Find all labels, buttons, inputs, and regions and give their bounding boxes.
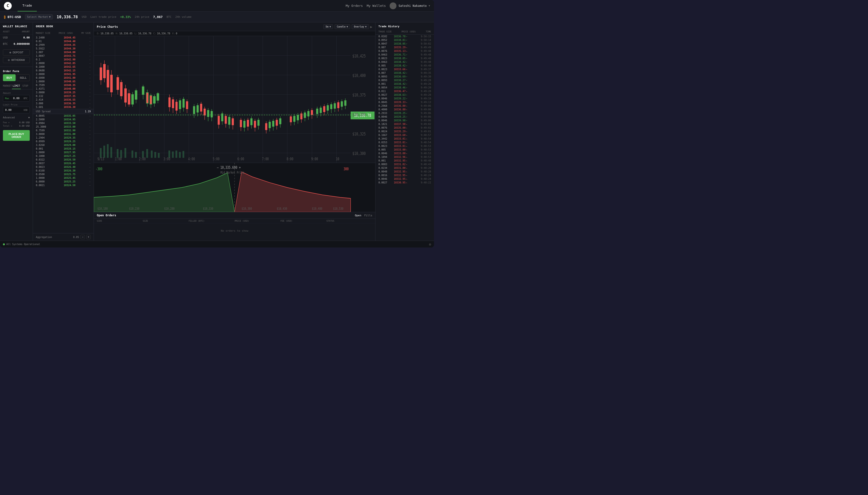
place-buy-order-button[interactable]: PLACE BUY ORDER	[3, 130, 30, 141]
th-size: 0.0102	[378, 35, 391, 38]
order-book-buy-row[interactable]: 3.0000 10331.00 -	[33, 132, 94, 136]
order-book-sell-row[interactable]: 1.007 10344.00 -	[33, 50, 94, 54]
order-book-buy-row[interactable]: 3.0268 10329.00 -	[33, 143, 94, 147]
stop-tab[interactable]: STOP	[21, 83, 30, 89]
aggregation-decrease-button[interactable]: −	[80, 235, 85, 239]
limit-tab[interactable]: LIMIT	[12, 83, 21, 89]
order-book-sell-row[interactable]: 3.1400 10344.45 -	[33, 36, 94, 39]
select-market-button[interactable]: Select Market ▼	[25, 14, 53, 19]
settings-icon[interactable]: ⚙	[429, 242, 431, 246]
limit-price-input[interactable]: 0.00 USD	[3, 107, 30, 113]
order-book-buy-row[interactable]: 0.0322 10326.50 -	[33, 158, 94, 161]
order-book-sell-row[interactable]: 2.414 10336.55 -	[33, 98, 94, 102]
order-book-buy-row[interactable]: 0.6168 10326.30 -	[33, 169, 94, 172]
trade-history-row: 0.0023 10333.01 ↘ 9:48:53	[376, 144, 434, 148]
chart-nav-right-icon[interactable]: ▶	[370, 25, 372, 29]
timeframe-selector[interactable]: 5m ▼	[323, 24, 333, 29]
order-book-buy-row[interactable]: 0.001 10328.15 -	[33, 147, 94, 151]
direction-arrow: ↗	[406, 98, 407, 100]
order-book-sell-row[interactable]: 1.0000 10340.65 -	[33, 80, 94, 83]
ob-price: 10331.00	[57, 133, 76, 135]
order-book-buy-row[interactable]: 0.0037 10326.45 -	[33, 161, 94, 165]
ob-price: 10341.95	[57, 73, 76, 75]
order-book-sell-row[interactable]: 5.5922 10344.30 -	[33, 47, 94, 50]
my-wallets-link[interactable]: My Wallets	[367, 4, 386, 7]
amount-label: Amount	[0, 92, 33, 95]
order-book-buy-row[interactable]: 0.0021 10324.50 -	[33, 184, 94, 187]
order-book-sell-row[interactable]: 0.2999 10344.35 -	[33, 43, 94, 47]
order-book-buy-row[interactable]: 0.0999 10329.25 -	[33, 140, 94, 143]
svg-rect-111	[304, 113, 306, 118]
order-book-buy-row[interactable]: 4.0045 10335.05 -	[33, 114, 94, 118]
order-book-sell-row[interactable]: 1.4371 10340.00 -	[33, 87, 94, 91]
my-orders-link[interactable]: My Orders	[346, 4, 363, 7]
svg-rect-35	[135, 91, 137, 99]
th-price: 10333.00 ↘	[394, 148, 413, 151]
order-book-sell-row[interactable]: 2.0000 10342.85 -	[33, 62, 94, 65]
aggregation-increase-button[interactable]: +	[86, 235, 91, 239]
fills-tab[interactable]: Fills	[364, 214, 372, 217]
open-orders-panel: Open Orders Open Fills Side Size Filled …	[94, 212, 375, 241]
order-book-sell-row[interactable]: 3.000 10336.35 -	[33, 102, 94, 105]
overlay-selector[interactable]: Overlay ▼	[351, 24, 369, 29]
order-book-sell-row[interactable]: 0.1 10342.90 -	[33, 58, 94, 62]
order-book-buy-row[interactable]: 6.0000 10325.25 -	[33, 180, 94, 184]
ob-price: 10342.15	[57, 69, 76, 72]
max-label[interactable]: Max	[5, 97, 9, 100]
order-book-buy-row[interactable]: 1.0000 10325.45 -	[33, 176, 94, 180]
order-book-buy-row[interactable]: 0.0984 10333.50 -	[33, 121, 94, 125]
left-panel: Wallet Balance Asset Amount USD 0.00 BTC…	[0, 22, 33, 241]
svg-rect-89	[254, 121, 256, 127]
ob-price: 10337.35	[57, 95, 76, 98]
order-book-buy-row[interactable]: 0.7599 10332.90 -	[33, 129, 94, 132]
order-book-buy-row[interactable]: 0.0500 10325.75 -	[33, 172, 94, 176]
app-logo[interactable]: C	[4, 2, 12, 10]
order-book-sell-row[interactable]: 5.601 10336.30 -	[33, 105, 94, 109]
ob-market-size: 3.1400	[36, 36, 49, 39]
order-book-sell-row[interactable]: 3.0000 10339.25 -	[33, 91, 94, 94]
open-tab[interactable]: Open	[355, 214, 361, 217]
th-time: 9:48:53	[416, 145, 431, 148]
deposit-button[interactable]: ⊕ DEPOSIT	[3, 49, 30, 55]
nav-tab-trade[interactable]: Trade	[18, 0, 37, 12]
buy-sell-tabs: BUY SELL	[0, 74, 33, 81]
order-book-buy-row[interactable]: 0.1000 10327.25 -	[33, 154, 94, 158]
amount-input[interactable]: Max 0.00 BTC	[3, 95, 30, 102]
svg-text:4:00: 4:00	[188, 157, 195, 161]
th-price: 10333.01 ↘	[394, 141, 413, 144]
market-tab[interactable]: MARKET	[3, 83, 12, 89]
user-menu[interactable]: Satoshi Nakamoto ▼	[390, 2, 430, 9]
order-book-sell-row[interactable]: 0.01 10344.40 -	[33, 39, 94, 43]
status-bar: All Systems Operational ⚙	[0, 241, 434, 248]
order-book-sell-row[interactable]: 0.6000 10341.80 -	[33, 76, 94, 80]
ob-market-size: 0.01	[36, 40, 49, 42]
order-book-sell-row[interactable]: 0.1000 10342.65 -	[33, 65, 94, 69]
th-price: 10337.98 ↘	[394, 123, 413, 125]
order-book-buy-row[interactable]: 1.0000 10327.95 -	[33, 151, 94, 154]
svg-text:8:00: 8:00	[286, 157, 293, 161]
order-book-buy-row[interactable]: 1.2904 10329.35 -	[33, 136, 94, 140]
order-book-buy-rows: 4.0045 10335.05 - 2.5000 10334.95 - 0.09…	[33, 114, 94, 233]
withdraw-button[interactable]: ⊖ WITHDRAW	[3, 57, 30, 63]
trade-history-row: 0.001 10338.42 ↗ 9:49:26	[376, 82, 434, 86]
order-book-buy-row[interactable]: 0.0023 10326.40 -	[33, 165, 94, 169]
aggregation-label: Aggregation	[36, 236, 52, 238]
order-book-buy-row[interactable]: 2.5000 10334.95 -	[33, 118, 94, 121]
order-book-sell-row[interactable]: 0.7599 10340.35 -	[33, 83, 94, 87]
th-price: 10335.13 ↘	[394, 50, 413, 52]
svg-rect-75	[225, 116, 227, 124]
svg-text:$10,530: $10,530	[333, 207, 343, 210]
direction-arrow: ↗	[406, 65, 407, 67]
svg-rect-136	[107, 144, 109, 158]
order-book-sell-row[interactable]: 1.0047 10343.75 -	[33, 54, 94, 58]
chart-area[interactable]: 10,336.78 9/13 1:00 2:00 3:00 4:00 5:00 …	[94, 36, 375, 241]
buy-tab[interactable]: BUY	[3, 74, 16, 81]
order-book-buy-row[interactable]: 25.3000 10333.00 -	[33, 125, 94, 129]
order-book-sell-row[interactable]: 0.132 10337.35 -	[33, 94, 94, 98]
advanced-toggle[interactable]: Advanced ▼	[0, 115, 33, 121]
order-book-sell-row[interactable]: 2.0000 10341.95 -	[33, 72, 94, 76]
sell-tab[interactable]: SELL	[17, 74, 30, 81]
chart-type-selector[interactable]: Candle ▼	[334, 24, 350, 29]
svg-rect-95	[269, 122, 271, 128]
order-book-sell-row[interactable]: 0.0688 10342.15 -	[33, 69, 94, 72]
